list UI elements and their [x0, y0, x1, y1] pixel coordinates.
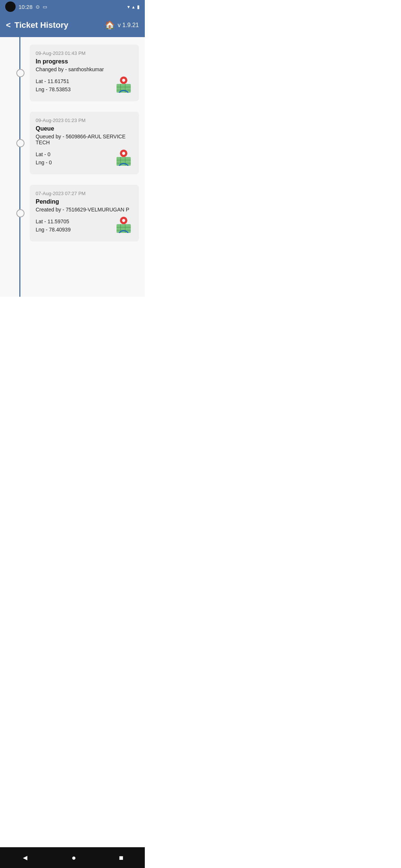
svg-rect-0 [117, 84, 131, 92]
ticket-changed-by-1: Changed by - santhoshkumar [36, 66, 133, 72]
timeline-item-2: 09-Aug-2023 01:23 PM Queue Queued by - 5… [30, 112, 139, 174]
svg-point-6 [122, 79, 125, 82]
ticket-coords-3: Lat - 11.59705 Lng - 78.40939 [36, 217, 71, 234]
ticket-status-2: Queue [36, 125, 133, 132]
header-left: < Ticket History [6, 20, 68, 30]
ticket-coords-1: Lat - 11.61751 Lng - 78.53853 [36, 77, 71, 94]
version-label: v 1.9.21 [118, 22, 139, 29]
svg-rect-14 [117, 224, 131, 233]
ticket-card-2: 09-Aug-2023 01:23 PM Queue Queued by - 5… [30, 112, 139, 174]
ticket-card-1: 09-Aug-2023 01:43 PM In progress Changed… [30, 45, 139, 101]
header-right: 🏠 v 1.9.21 [105, 20, 139, 30]
ticket-status-3: Pending [36, 198, 133, 205]
lng-label-1: Lng - 78.53853 [36, 86, 71, 92]
svg-point-20 [122, 219, 125, 222]
timeline-dot-3 [16, 209, 25, 217]
status-icons: ▾ ▴ ▮ [127, 4, 140, 10]
ticket-coords-row-2: Lat - 0 Lng - 0 [36, 148, 133, 168]
timeline-item-3: 07-Aug-2023 07:27 PM Pending Created by … [30, 185, 139, 241]
wifi-icon: ▾ [127, 4, 130, 10]
battery-icon: ▮ [137, 4, 140, 10]
timeline-dot-1 [16, 69, 25, 77]
ticket-changed-by-2: Queued by - 5609866-ARUL SERVICE TECH [36, 134, 133, 145]
extra-icon-2: ▭ [43, 4, 47, 10]
map-pin-1[interactable] [114, 75, 133, 95]
map-pin-3[interactable] [114, 216, 133, 236]
lng-label-2: Lng - 0 [36, 160, 52, 165]
timeline-dot-2 [16, 139, 25, 147]
lng-label-3: Lng - 78.40939 [36, 227, 71, 233]
ticket-date-3: 07-Aug-2023 07:27 PM [36, 191, 133, 196]
timeline-item-1: 09-Aug-2023 01:43 PM In progress Changed… [30, 45, 139, 101]
signal-icon: ▴ [132, 4, 135, 10]
ticket-date-2: 09-Aug-2023 01:23 PM [36, 118, 133, 123]
lat-label-1: Lat - 11.61751 [36, 78, 69, 84]
ticket-coords-2: Lat - 0 Lng - 0 [36, 150, 52, 167]
ticket-changed-by-3: Created by - 7516629-VELMURUGAN P [36, 207, 133, 213]
app-header: < Ticket History 🏠 v 1.9.21 [0, 13, 145, 37]
extra-icon-1: ⊙ [36, 4, 40, 10]
camera-notch [5, 1, 16, 12]
ticket-card-3: 07-Aug-2023 07:27 PM Pending Created by … [30, 185, 139, 241]
map-pin-2[interactable] [114, 148, 133, 168]
svg-point-13 [122, 152, 125, 155]
back-button[interactable]: < [6, 20, 11, 30]
lat-label-2: Lat - 0 [36, 151, 50, 157]
status-bar: 10:28 ⊙ ▭ ▾ ▴ ▮ [0, 0, 145, 13]
lat-label-3: Lat - 11.59705 [36, 218, 69, 224]
ticket-coords-row-1: Lat - 11.61751 Lng - 78.53853 [36, 75, 133, 95]
ticket-coords-row-3: Lat - 11.59705 Lng - 78.40939 [36, 216, 133, 236]
page-title: Ticket History [14, 20, 68, 30]
ticket-status-1: In progress [36, 58, 133, 65]
status-time: 10:28 [19, 4, 33, 10]
home-icon[interactable]: 🏠 [105, 20, 115, 30]
timeline-container: 09-Aug-2023 01:43 PM In progress Changed… [0, 37, 145, 297]
status-left: 10:28 ⊙ ▭ [5, 1, 47, 12]
ticket-date-1: 09-Aug-2023 01:43 PM [36, 50, 133, 56]
svg-rect-7 [117, 157, 131, 165]
